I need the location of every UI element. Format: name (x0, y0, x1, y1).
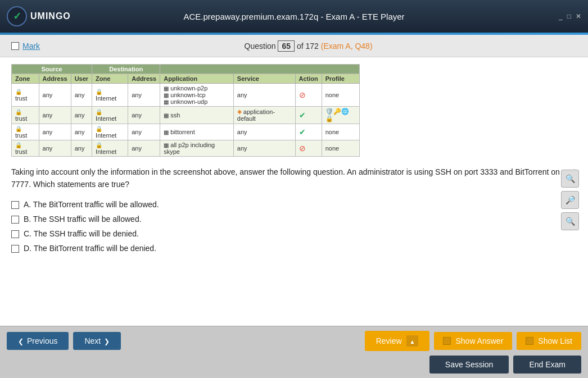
review-button[interactable]: Review (365, 331, 430, 351)
window-controls[interactable]: _ □ ✕ (559, 12, 581, 20)
question-number-box: 65 (278, 40, 295, 52)
question-number-area: Question 65 of 172 (Exam A, Q48) (245, 40, 373, 52)
end-exam-button[interactable]: End Exam (513, 356, 581, 374)
question-total: 172 (306, 42, 319, 51)
show-answer-checkbox (443, 337, 451, 345)
question-text: Taking into account only the information… (11, 166, 577, 191)
main-content: Source Destination Zone Address User Zon… (0, 57, 588, 326)
address-col-header: Address (39, 74, 71, 84)
bottom-actions: Save Session End Exam (0, 356, 588, 378)
profile-col-header: Profile (322, 74, 359, 84)
service-col-header: Service (233, 74, 295, 84)
answer-option-a[interactable]: A. The BitTorrent traffic will be allowe… (11, 200, 577, 209)
answer-label-b: B. The SSH traffic will be allowed. (24, 215, 142, 224)
logo-text: UMINGO (30, 11, 71, 21)
title-bar: ✓ UMINGO ACE.prepaway.premium.exam.172q … (0, 0, 588, 33)
answer-label-c: C. The SSH traffic will be denied. (24, 229, 139, 238)
source-header: Source (12, 65, 92, 74)
maximize-button[interactable]: □ (567, 12, 571, 20)
answer-checkbox-b[interactable] (11, 216, 19, 224)
question-of: of (297, 42, 306, 51)
logo-area: ✓ UMINGO (7, 6, 71, 26)
answer-option-b[interactable]: B. The SSH traffic will be allowed. (11, 215, 577, 224)
search-button[interactable]: 🔍 (561, 170, 579, 188)
close-button[interactable]: ✕ (576, 12, 581, 20)
chevron-left-icon (18, 336, 24, 345)
dest-address-col-header: Address (128, 74, 160, 84)
save-session-button[interactable]: Save Session (429, 356, 509, 374)
mark-label[interactable]: Mark (22, 42, 40, 51)
answer-options: A. The BitTorrent traffic will be allowe… (11, 200, 577, 253)
answer-option-d[interactable]: D. The BitTorrent traffic will be denied… (11, 244, 577, 253)
dest-zone-col-header: Zone (92, 74, 128, 84)
review-arrow-icon (406, 335, 419, 347)
security-policy-table: Source Destination Zone Address User Zon… (11, 64, 360, 157)
show-list-checkbox (526, 337, 533, 345)
minimize-button[interactable]: _ (559, 12, 563, 20)
check-icon: ✓ (13, 10, 21, 22)
other-header (160, 65, 360, 74)
bottom-bar: Previous Next Review Show Answer Show Li… (0, 326, 588, 378)
table-row: 🔒 trust any any 🔒 Internet any ▦ all p2p… (12, 140, 360, 157)
answer-checkbox-a[interactable] (11, 201, 19, 209)
table-row: 🔒 trust any any 🔒 Internet any ▦ ssh ✱ a… (12, 107, 360, 124)
logo-icon: ✓ (7, 6, 27, 26)
previous-button[interactable]: Previous (7, 332, 69, 350)
answer-checkbox-c[interactable] (11, 230, 19, 238)
mark-area[interactable]: Mark (11, 42, 40, 51)
answer-label-d: D. The BitTorrent traffic will be denied… (24, 244, 156, 253)
action-col-header: Action (295, 74, 322, 84)
next-button[interactable]: Next (73, 332, 121, 350)
side-toolbar: 🔍 🔎 🔍 (561, 170, 579, 230)
user-col-header: User (71, 74, 92, 84)
window-title: ACE.prepaway.premium.exam.172q - Exam A … (183, 12, 404, 21)
table-row: 🔒 trust any any 🔒 Internet any ▦ bittorr… (12, 124, 360, 140)
mark-checkbox[interactable] (11, 42, 19, 50)
answer-label-a: A. The BitTorrent traffic will be allowe… (24, 200, 159, 209)
show-answer-button[interactable]: Show Answer (434, 332, 512, 350)
question-label: Question (245, 42, 276, 51)
answer-option-c[interactable]: C. The SSH traffic will be denied. (11, 229, 577, 238)
table-row: 🔒 trust any any 🔒 Internet any ▦ unknown… (12, 84, 360, 107)
show-list-button[interactable]: Show List (517, 332, 581, 350)
question-header: Mark Question 65 of 172 (Exam A, Q48) (0, 35, 588, 57)
answer-checkbox-d[interactable] (11, 245, 19, 253)
chevron-right-icon (104, 336, 110, 345)
zone-col-header: Zone (12, 74, 39, 84)
zoom-in-button[interactable]: 🔎 (561, 191, 579, 209)
destination-header: Destination (92, 65, 160, 74)
zoom-out-button[interactable]: 🔍 (561, 212, 579, 230)
question-exam-info: (Exam A, Q48) (321, 42, 373, 51)
bottom-buttons: Previous Next Review Show Answer Show Li… (0, 326, 588, 356)
application-col-header: Application (160, 74, 234, 84)
